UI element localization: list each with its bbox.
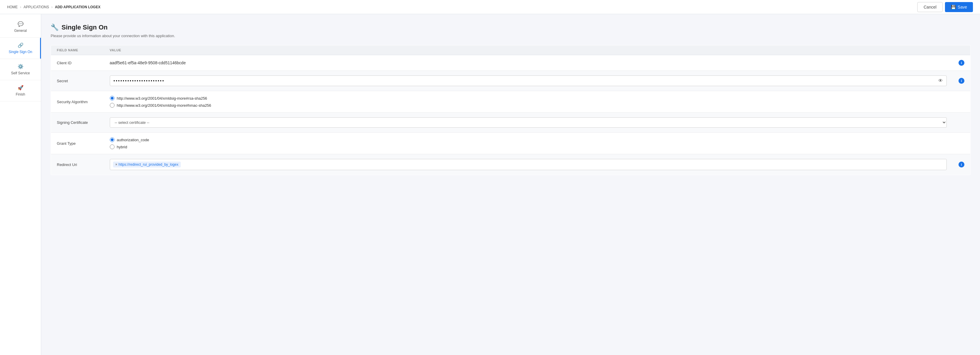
security-algorithm-rsa-option[interactable]: http://www.w3.org/2001/04/xmldsig-more#r… xyxy=(110,96,947,101)
redirect-uri-label: Redirect Uri xyxy=(51,154,104,175)
breadcrumb-current: ADD APPLICATION LOGEX xyxy=(55,5,100,9)
secret-info-icon[interactable]: i xyxy=(959,78,964,84)
security-algorithm-hmac-label: http://www.w3.org/2001/04/xmldsig-more#h… xyxy=(117,103,212,108)
security-algorithm-hmac-option[interactable]: http://www.w3.org/2001/04/xmldsig-more#h… xyxy=(110,103,947,108)
table-row: Secret 👁 i xyxy=(51,71,970,91)
topbar: HOME › APPLICATIONS › ADD APPLICATION LO… xyxy=(0,0,980,14)
section-title: Single Sign On xyxy=(62,24,107,31)
client-id-label: Client ID xyxy=(51,55,104,71)
grant-type-auth-code-option[interactable]: authorization_code xyxy=(110,138,947,142)
grant-type-radio-group: authorization_code hybrid xyxy=(110,138,947,149)
grant-type-value: authorization_code hybrid xyxy=(104,133,953,154)
breadcrumb: HOME › APPLICATIONS › ADD APPLICATION LO… xyxy=(7,5,100,9)
table-row: Client ID aadf5e61-ef5a-48e9-9508-cdd511… xyxy=(51,55,970,71)
secret-label: Secret xyxy=(51,71,104,91)
sidebar-item-sso[interactable]: 🔗 Single Sign On xyxy=(0,38,41,59)
general-icon: 💬 xyxy=(18,21,24,27)
security-algorithm-label: Security Algorithm xyxy=(51,91,104,113)
finish-icon: 🚀 xyxy=(18,85,24,91)
signing-certificate-select[interactable]: -- select certificate -- xyxy=(110,117,947,128)
sidebar-item-finish-label: Finish xyxy=(16,92,25,96)
security-algorithm-radio-group: http://www.w3.org/2001/04/xmldsig-more#r… xyxy=(110,96,947,108)
redirect-uri-tag: × https://redirect_rui_provided_by_logex xyxy=(113,162,181,168)
grant-type-info xyxy=(953,133,970,154)
redirect-uri-info: i xyxy=(953,154,970,175)
signing-certificate-value: -- select certificate -- xyxy=(104,113,953,133)
tag-remove[interactable]: × xyxy=(115,163,118,166)
security-algorithm-value: http://www.w3.org/2001/04/xmldsig-more#r… xyxy=(104,91,953,113)
security-algorithm-rsa-radio[interactable] xyxy=(110,96,115,101)
grant-type-label: Grant Type xyxy=(51,133,104,154)
security-algorithm-hmac-radio[interactable] xyxy=(110,103,115,108)
breadcrumb-home[interactable]: HOME xyxy=(7,5,18,9)
save-label: Save xyxy=(958,5,967,10)
sso-icon: 🔗 xyxy=(18,42,24,48)
sidebar-item-sso-label: Single Sign On xyxy=(8,50,32,54)
table-row: Grant Type authorization_code hybrid xyxy=(51,133,970,154)
grant-type-auth-code-label: authorization_code xyxy=(117,138,149,142)
secret-value: 👁 xyxy=(104,71,953,91)
grant-type-hybrid-label: hybrid xyxy=(117,145,127,149)
secret-input[interactable] xyxy=(110,76,935,85)
security-algorithm-info xyxy=(953,91,970,113)
sidebar-item-general[interactable]: 💬 General xyxy=(0,16,41,38)
field-table: FIELD NAME VALUE Client ID aadf5e61-ef5a… xyxy=(51,45,970,175)
signing-cert-info xyxy=(953,113,970,133)
client-id-info: i xyxy=(953,55,970,71)
toggle-secret-button[interactable]: 👁 xyxy=(935,76,947,86)
security-algorithm-rsa-label: http://www.w3.org/2001/04/xmldsig-more#r… xyxy=(117,96,207,101)
redirect-uri-tag-value: https://redirect_rui_provided_by_logex xyxy=(119,163,178,166)
table-row: Redirect Uri × https://redirect_rui_prov… xyxy=(51,154,970,175)
breadcrumb-applications[interactable]: APPLICATIONS xyxy=(24,5,49,9)
sidebar-item-self-service[interactable]: ⚙️ Self Service xyxy=(0,59,41,80)
redirect-uri-tags-input[interactable]: × https://redirect_rui_provided_by_logex xyxy=(110,159,947,170)
section-desc: Please provide us information about your… xyxy=(51,34,970,38)
table-row: Signing Certificate -- select certificat… xyxy=(51,113,970,133)
self-service-icon: ⚙️ xyxy=(18,64,24,69)
sidebar-item-general-label: General xyxy=(14,29,27,33)
redirect-uri-info-icon[interactable]: i xyxy=(959,162,964,168)
save-button[interactable]: 💾 Save xyxy=(945,2,973,12)
redirect-uri-value: × https://redirect_rui_provided_by_logex xyxy=(104,154,953,175)
section-header: 🔧 Single Sign On xyxy=(51,24,970,31)
grant-type-auth-code-radio[interactable] xyxy=(110,138,115,142)
section-icon: 🔧 xyxy=(51,24,59,31)
signing-certificate-label: Signing Certificate xyxy=(51,113,104,133)
sidebar-item-finish[interactable]: 🚀 Finish xyxy=(0,80,41,101)
col-value: VALUE xyxy=(104,45,953,55)
secret-info: i xyxy=(953,71,970,91)
grant-type-hybrid-radio[interactable] xyxy=(110,144,115,149)
sidebar-item-self-service-label: Self Service xyxy=(11,71,30,75)
save-icon: 💾 xyxy=(951,5,956,10)
topbar-actions: Cancel 💾 Save xyxy=(917,2,973,12)
cancel-button[interactable]: Cancel xyxy=(917,2,943,12)
breadcrumb-sep1: › xyxy=(20,5,21,9)
table-row: Security Algorithm http://www.w3.org/200… xyxy=(51,91,970,113)
main-content: 🔧 Single Sign On Please provide us infor… xyxy=(41,14,980,355)
col-field-name: FIELD NAME xyxy=(51,45,104,55)
layout: 💬 General 🔗 Single Sign On ⚙️ Self Servi… xyxy=(0,14,980,355)
breadcrumb-sep2: › xyxy=(51,5,52,9)
sidebar: 💬 General 🔗 Single Sign On ⚙️ Self Servi… xyxy=(0,14,41,355)
grant-type-hybrid-option[interactable]: hybrid xyxy=(110,144,947,149)
client-id-value: aadf5e61-ef5a-48e9-9508-cdd51146bcde xyxy=(104,55,953,71)
client-id-info-icon[interactable]: i xyxy=(959,60,964,66)
redirect-uri-input[interactable] xyxy=(183,163,943,167)
col-info xyxy=(953,45,970,55)
secret-input-wrap: 👁 xyxy=(110,75,947,86)
